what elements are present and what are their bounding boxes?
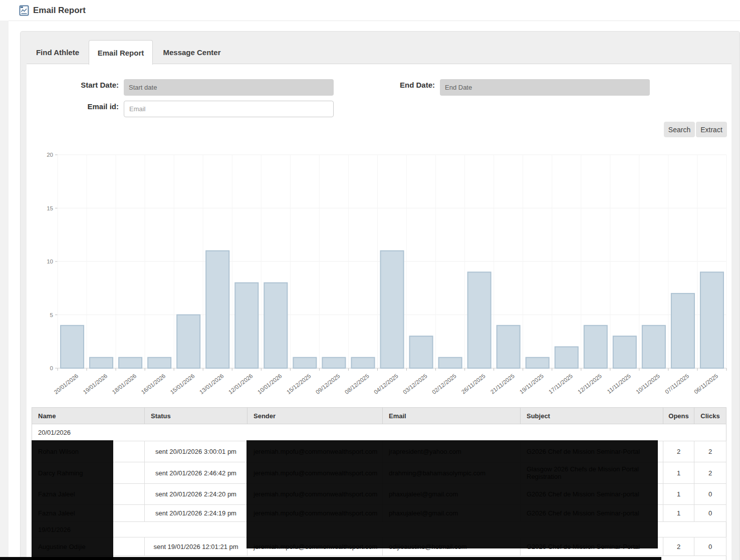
cell-opens: 1 [663, 484, 694, 505]
x-axis-label: 17/11/2025 [548, 373, 574, 395]
bar[interactable] [206, 251, 229, 368]
cell-status: sent 19/01/2026 12:01:21 pm [145, 537, 248, 556]
search-button[interactable]: Search [664, 122, 695, 137]
x-axis-label: 20/01/2026 [53, 373, 80, 395]
page-header: Email Report [9, 0, 740, 21]
col-header-clicks: Clicks [694, 408, 726, 424]
y-tick-label: 0 [50, 365, 53, 371]
left-gutter [0, 21, 9, 560]
col-header-subject: Subject [521, 408, 663, 424]
cell-status: sent 20/01/2026 2:24:20 pm [145, 484, 248, 505]
email-volume-bar-chart: 0510152020/01/202619/01/202618/01/202616… [30, 148, 731, 400]
bar[interactable] [584, 326, 607, 368]
end-date-label: End Date: [365, 81, 435, 89]
col-header-sender: Sender [248, 408, 383, 424]
group-date: 20/01/2026 [32, 424, 726, 441]
cell-status: sent 20/01/2026 3:00:01 pm [145, 441, 248, 462]
x-axis-label: 12/11/2025 [577, 373, 603, 395]
start-date-input[interactable] [124, 79, 334, 96]
bar[interactable] [61, 326, 84, 368]
col-header-email: Email [383, 408, 521, 424]
x-axis-label: 26/11/2025 [460, 373, 486, 395]
bar-chart-svg: 0510152020/01/202619/01/202618/01/202616… [30, 148, 731, 400]
cell-status: sent 20/01/2026 2:24:19 pm [145, 505, 248, 522]
x-axis-label: 13/01/2026 [198, 373, 225, 395]
cell-clicks: 0 [694, 484, 726, 505]
end-date-input[interactable] [440, 79, 650, 96]
cell-status: sent 20/01/2026 2:46:42 pm [145, 462, 248, 484]
x-axis-label: 06/11/2025 [693, 373, 719, 395]
bar[interactable] [293, 358, 316, 368]
tab-find-athlete[interactable]: Find Athlete [27, 41, 89, 64]
y-tick-label: 10 [47, 258, 53, 264]
bar[interactable] [497, 326, 520, 368]
bar[interactable] [410, 336, 433, 368]
x-axis-label: 19/11/2025 [519, 373, 545, 395]
x-axis-label: 03/12/2025 [402, 373, 428, 395]
x-axis-label: 15/12/2025 [286, 373, 312, 395]
x-axis-label: 09/12/2025 [315, 373, 341, 395]
bar[interactable] [613, 336, 636, 368]
cell-clicks: 0 [694, 537, 726, 556]
cell-opens: 1 [663, 505, 694, 522]
x-axis-label: 07/11/2025 [664, 373, 690, 395]
bar[interactable] [642, 326, 665, 368]
x-axis-label: 21/11/2025 [489, 373, 516, 395]
bar[interactable] [380, 251, 403, 368]
y-tick-label: 5 [50, 312, 53, 318]
bar[interactable] [526, 358, 549, 368]
email-id-input[interactable] [124, 101, 334, 117]
bar[interactable] [90, 358, 113, 368]
redaction-overlay-emails [246, 440, 658, 548]
start-date-label: Start Date: [49, 81, 119, 89]
page-title: Email Report [33, 6, 86, 16]
bar[interactable] [264, 283, 287, 368]
cell-clicks: 2 [694, 462, 726, 484]
y-tick-label: 20 [47, 152, 53, 158]
col-header-name: Name [32, 408, 145, 424]
bar[interactable] [439, 358, 462, 368]
bar[interactable] [351, 358, 374, 368]
x-axis-label: 15/01/2026 [169, 373, 196, 395]
x-axis-label: 18/01/2026 [111, 373, 138, 395]
bar[interactable] [235, 283, 258, 368]
tab-email-report[interactable]: Email Report [89, 40, 153, 65]
y-tick-label: 15 [47, 205, 53, 211]
x-axis-label: 04/12/2025 [373, 373, 399, 395]
x-axis-label: 16/01/2026 [140, 373, 167, 395]
table-header: NameStatusSenderEmailSubjectOpensClicks [32, 408, 726, 424]
tab-message-center[interactable]: Message Center [153, 41, 231, 64]
bar[interactable] [148, 358, 171, 368]
x-axis-label: 12/01/2026 [227, 373, 254, 395]
cell-opens: 2 [663, 537, 694, 556]
bar[interactable] [119, 358, 142, 368]
extract-button[interactable]: Extract [696, 122, 727, 137]
x-axis-label: 08/12/2025 [344, 373, 370, 395]
date-group-row: 20/01/2026 [32, 424, 726, 441]
bar[interactable] [468, 272, 491, 368]
email-report-chart-icon [19, 5, 29, 16]
bar[interactable] [177, 315, 200, 369]
col-header-status: Status [145, 408, 248, 424]
bar[interactable] [671, 294, 694, 368]
cell-opens: 2 [663, 441, 694, 462]
bar[interactable] [322, 358, 345, 368]
x-axis-label: 02/12/2025 [431, 373, 457, 395]
email-id-label: Email id: [49, 102, 119, 111]
cell-clicks: 0 [694, 505, 726, 522]
redaction-overlay-bottom [0, 557, 661, 560]
bar[interactable] [555, 347, 578, 368]
cell-clicks: 2 [694, 441, 726, 462]
bar[interactable] [700, 272, 723, 368]
x-axis-label: 10/01/2026 [257, 373, 283, 395]
x-axis-label: 19/01/2026 [82, 373, 109, 395]
x-axis-label: 10/11/2025 [635, 373, 661, 395]
col-header-opens: Opens [663, 408, 694, 424]
redaction-overlay-names [32, 440, 113, 560]
cell-opens: 1 [663, 462, 694, 484]
x-axis-label: 11/11/2025 [606, 373, 632, 395]
